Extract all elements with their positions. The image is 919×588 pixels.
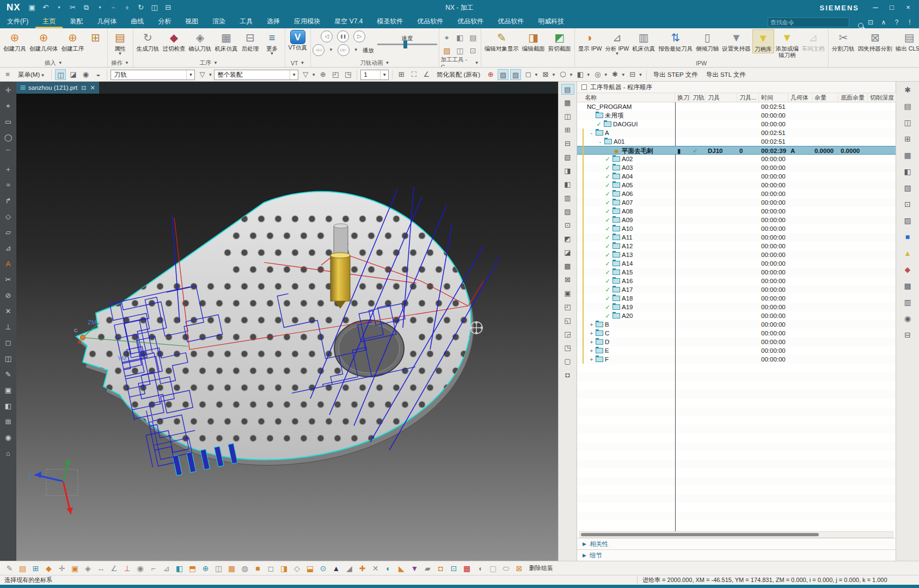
machine-sim-ipw-button[interactable]: ▥机床仿真 (630, 29, 657, 52)
tree-row-DAOGUI[interactable]: ✓DAOGUI00:00:00 (577, 120, 896, 128)
go-end-button[interactable]: ▷▷ (338, 44, 350, 56)
menu-hamburger-icon[interactable]: ≡ (2, 69, 13, 80)
create-geometry-button[interactable]: ⊕创建几何体 (28, 29, 60, 52)
tree-row-A20[interactable]: ✓A2000:00:00 (577, 311, 896, 320)
column-header-5[interactable]: 时间 (759, 93, 788, 102)
menu-tab-14[interactable]: 优品软件 (450, 15, 491, 28)
bottom-tool-1-icon[interactable]: ✎ (3, 562, 16, 574)
menu-tab-16[interactable]: 明威科技 (531, 15, 571, 28)
tree-row-A18[interactable]: ✓A1800:00:00 (577, 294, 896, 303)
navigator-view-22-icon[interactable]: ◘ (561, 370, 574, 381)
report-shortest-tool-button[interactable]: ⇅报告最短刀具 (657, 29, 694, 52)
menu-tab-file[interactable]: 文件(F) (0, 15, 35, 28)
bottom-tool-29-icon[interactable]: ✕ (369, 562, 382, 574)
navigator-view-18-icon[interactable]: ◱ (561, 315, 574, 326)
resource-bar-15-icon[interactable]: ◉ (900, 313, 915, 324)
sidebar-tool-14-icon[interactable]: ⊘ (2, 290, 14, 301)
face-rule-icon[interactable]: ◰ (330, 69, 341, 80)
tree-row-B[interactable]: +B00:00:00 (577, 320, 896, 329)
navigator-view-8-icon[interactable]: ◧ (561, 179, 574, 190)
navigator-view-14-icon[interactable]: ▩ (561, 261, 574, 272)
resource-bar-6-icon[interactable]: ◧ (900, 166, 915, 177)
menu-tab-7[interactable]: 渲染 (205, 15, 232, 28)
tool-util-4-icon[interactable]: ▧ (441, 45, 453, 57)
cube-view-icon[interactable]: ◧ (575, 69, 586, 80)
split-toolpath-button[interactable]: ✂分割刀轨 (830, 29, 856, 52)
column-header-4[interactable]: 刀具... (737, 93, 759, 102)
bottom-tool-9-icon[interactable]: ∠ (108, 562, 120, 574)
tree-row-A08[interactable]: ✓A0800:00:00 (577, 207, 896, 216)
undo-icon-caret[interactable]: ▾ (53, 2, 65, 13)
bottom-tool-34-icon[interactable]: ◘ (434, 562, 447, 574)
mic-icon[interactable]: ♦ (121, 2, 133, 13)
column-header-2[interactable]: 刀轨 (690, 93, 706, 102)
postprocess-button[interactable]: ⊟后处理 (240, 29, 261, 52)
add-edit-holder-button[interactable]: ▼添加或编辑刀柄 (774, 29, 800, 59)
maximize-button[interactable]: □ (884, 2, 899, 14)
sidebar-tool-5-icon[interactable]: ⌒ (2, 148, 14, 159)
resource-bar-2-icon[interactable]: ▤ (900, 100, 915, 112)
details-section[interactable]: ▶ 细节 (577, 549, 896, 561)
window-edit-icon[interactable]: ⊞ (396, 69, 407, 80)
orient-view-icon[interactable]: ∠ (421, 69, 432, 80)
touch-icon[interactable]: ⌁ (108, 2, 120, 13)
sidebar-tool-22-icon[interactable]: ⊞ (2, 416, 14, 427)
show-wcs-icon[interactable]: ⊕ (485, 69, 496, 80)
cut-icon[interactable]: ✂ (67, 2, 79, 13)
column-header-0[interactable]: 名称 (577, 93, 675, 102)
sidebar-tool-13-icon[interactable]: ✂ (2, 274, 14, 285)
tree-row-A05[interactable]: ✓A0500:00:00 (577, 181, 896, 189)
resource-bar-5-icon[interactable]: ▦ (900, 149, 915, 161)
tree-row-A02[interactable]: ✓A0200:00:00 (577, 155, 896, 163)
bottom-tool-36-icon[interactable]: ▩ (461, 562, 473, 574)
tree-row-A12[interactable]: ✓A1200:00:00 (577, 242, 896, 250)
tree-row-A06[interactable]: ✓A0600:00:00 (577, 189, 896, 198)
column-header-6[interactable]: 几何体 (788, 93, 812, 102)
tree-row-A[interactable]: -A00:02:51 (577, 128, 896, 137)
bottom-tool-6-icon[interactable]: ▣ (69, 562, 81, 574)
pin-tab-icon[interactable]: ⊡ (81, 84, 86, 91)
sidebar-tool-17-icon[interactable]: ◻ (2, 338, 14, 348)
column-header-1[interactable]: 换刀 (675, 93, 690, 102)
copy-icon[interactable]: ⧉ (81, 2, 93, 13)
tree-row-C[interactable]: +C00:00:00 (577, 329, 896, 338)
tool-util-1-icon[interactable]: ⌖ (441, 32, 453, 44)
tree-row-未用项[interactable]: 未用项00:00:00 (577, 111, 896, 120)
resource-bar-4-icon[interactable]: ⊞ (900, 133, 915, 145)
navigator-view-17-icon[interactable]: ◰ (561, 302, 574, 313)
hatch-toggle-1-icon[interactable]: ▨ (498, 69, 508, 80)
properties-button[interactable]: ▤属性▼ (109, 29, 131, 57)
machine-simulation-button[interactable]: ▦机床仿真 (213, 29, 240, 52)
menu-tab-1[interactable]: 主页 (35, 15, 63, 28)
navigator-view-7-icon[interactable]: ◨ (561, 166, 574, 176)
bottom-tool-38-icon[interactable]: ▢ (487, 562, 499, 574)
menu-tab-13[interactable]: 优品软件 (410, 15, 450, 28)
play-forward-button[interactable]: ▷ (353, 30, 365, 42)
resource-bar-14-icon[interactable]: ▥ (900, 296, 915, 308)
menu-tab-15[interactable]: 优品软件 (491, 15, 531, 28)
tool-util-5-icon[interactable]: ◫ (454, 45, 466, 57)
export-stl-button[interactable]: 导出 STL 文件 (703, 70, 749, 80)
tilt-tool-axis-button[interactable]: ▯侧倾刀轴 (694, 29, 720, 52)
tree-row-A13[interactable]: ✓A1300:00:00 (577, 250, 896, 259)
bottom-tool-22-icon[interactable]: ◨ (278, 562, 290, 574)
resource-bar-1-icon[interactable]: ✱ (900, 84, 915, 96)
bottom-tool-24-icon[interactable]: ⬓ (304, 562, 316, 574)
sidebar-tool-23-icon[interactable]: ◉ (2, 432, 14, 443)
navigator-view-13-icon[interactable]: ◪ (561, 247, 574, 258)
bottom-tool-33-icon[interactable]: ▰ (421, 562, 434, 574)
speed-slider[interactable] (377, 44, 437, 45)
bottom-tool-12-icon[interactable]: ⌐ (147, 562, 160, 574)
menu-tab-10[interactable]: 应用模块 (287, 15, 327, 28)
tree-row-NC_PROGRAM[interactable]: NC_PROGRAM00:02:51 (577, 102, 896, 111)
bottom-tool-2-icon[interactable]: ▤ (16, 562, 29, 574)
copy-icon-caret[interactable]: ▾ (94, 2, 106, 13)
vt-simulation-button[interactable]: VVT仿真 (287, 29, 309, 51)
fullscreen-icon[interactable]: ⊡ (866, 19, 875, 26)
part-tab[interactable]: ⊞ sanzhou (121).prt ⊡ ✕ (16, 82, 99, 94)
sidebar-tool-9-icon[interactable]: ◇ (2, 211, 14, 222)
menu-tab-5[interactable]: 分析 (151, 15, 178, 28)
sidebar-tool-6-icon[interactable]: ＋ (2, 164, 14, 175)
panel-checkbox-icon[interactable] (581, 84, 587, 90)
bottom-tool-23-icon[interactable]: ◇ (291, 562, 303, 574)
